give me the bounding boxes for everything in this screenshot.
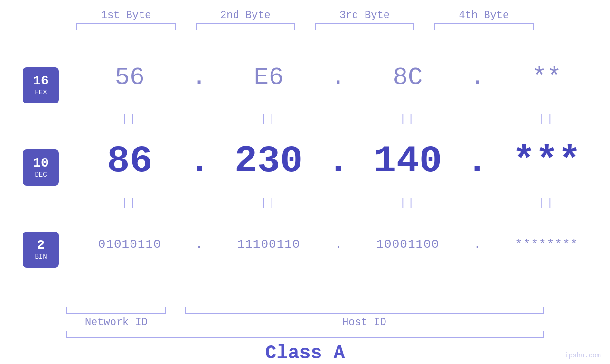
dec-dot1: .: [190, 140, 209, 183]
eq1-b4: ||: [490, 113, 604, 125]
hex-dot2: .: [328, 64, 347, 92]
dec-badge-label: DEC: [35, 171, 47, 178]
eq2-b2: ||: [212, 197, 326, 209]
class-label-row: Class A: [66, 343, 544, 364]
class-bracket: [66, 331, 544, 338]
eq1-b1: ||: [73, 113, 187, 125]
bracket-byte4: [434, 23, 534, 30]
bin-row: 01010110 . 11100110 . 10001100 .: [66, 211, 610, 278]
bottom-section: Network ID Host ID Class A: [0, 306, 610, 364]
bracket-byte2: [196, 23, 295, 30]
bottom-brackets: [66, 307, 544, 314]
network-id-label: Network ID: [66, 317, 166, 328]
equals-row-2: || || || ||: [66, 194, 610, 211]
eq2-b4: ||: [490, 197, 604, 209]
hex-byte2: E6: [212, 64, 326, 92]
bin-badge: 2 BIN: [23, 232, 59, 268]
byte1-header: 1st Byte: [69, 9, 183, 21]
byte-headers: 1st Byte 2nd Byte 3rd Byte 4th Byte: [0, 9, 610, 21]
eq2-b3: ||: [351, 197, 465, 209]
byte2-header: 2nd Byte: [188, 9, 302, 21]
eq2-b1: ||: [73, 197, 187, 209]
dec-badge: 10 DEC: [23, 149, 59, 186]
byte4-header: 4th Byte: [427, 9, 541, 21]
bin-badge-label: BIN: [35, 253, 47, 261]
bin-byte1: 01010110: [73, 237, 187, 252]
dec-badge-number: 10: [33, 157, 49, 170]
bracket-byte1: [76, 23, 176, 30]
byte3-header: 3rd Byte: [308, 9, 422, 21]
dec-byte4: ***: [490, 140, 604, 183]
outer-bracket-row: [66, 331, 544, 338]
watermark: ipshu.com: [564, 352, 601, 359]
main-container: 1st Byte 2nd Byte 3rd Byte 4th Byte 16 H…: [0, 0, 610, 364]
bin-byte2: 11100110: [212, 237, 326, 252]
network-host-labels: Network ID Host ID: [66, 317, 544, 328]
dec-dot3: .: [468, 140, 487, 183]
dec-byte3: 140: [351, 140, 465, 183]
equals-row-1: || || || ||: [66, 111, 610, 128]
bin-byte3: 10001100: [351, 237, 465, 252]
dec-row: 86 . 230 . 140 . ***: [66, 128, 610, 194]
bin-badge-number: 2: [37, 239, 45, 252]
bin-dot1: .: [190, 237, 209, 252]
bin-dot2: .: [328, 237, 347, 252]
bin-dot3: .: [468, 237, 487, 252]
hex-byte3: 8C: [351, 64, 465, 92]
host-bracket: [185, 307, 544, 314]
dec-dot2: .: [328, 140, 347, 183]
eq1-b3: ||: [351, 113, 465, 125]
dec-byte1: 86: [73, 140, 187, 183]
class-label: Class A: [265, 343, 345, 364]
eq1-b2: ||: [212, 113, 326, 125]
labels-column: 16 HEX 10 DEC 2 BIN: [0, 44, 66, 291]
hex-byte4: **: [490, 64, 604, 92]
network-bracket: [66, 307, 166, 314]
bin-byte4: ********: [490, 237, 604, 252]
hex-dot3: .: [468, 64, 487, 92]
content-area: 16 HEX 10 DEC 2 BIN 56 .: [0, 30, 610, 306]
top-brackets: [0, 23, 610, 30]
host-id-label: Host ID: [185, 317, 544, 328]
hex-badge-label: HEX: [35, 89, 47, 96]
hex-badge: 16 HEX: [23, 67, 59, 103]
hex-row: 56 . E6 . 8C . **: [66, 44, 610, 111]
dec-byte2: 230: [212, 140, 326, 183]
hex-dot1: .: [190, 64, 209, 92]
hex-byte1: 56: [73, 64, 187, 92]
values-grid: 56 . E6 . 8C . **: [66, 44, 610, 278]
hex-badge-number: 16: [33, 75, 49, 88]
bracket-byte3: [315, 23, 414, 30]
